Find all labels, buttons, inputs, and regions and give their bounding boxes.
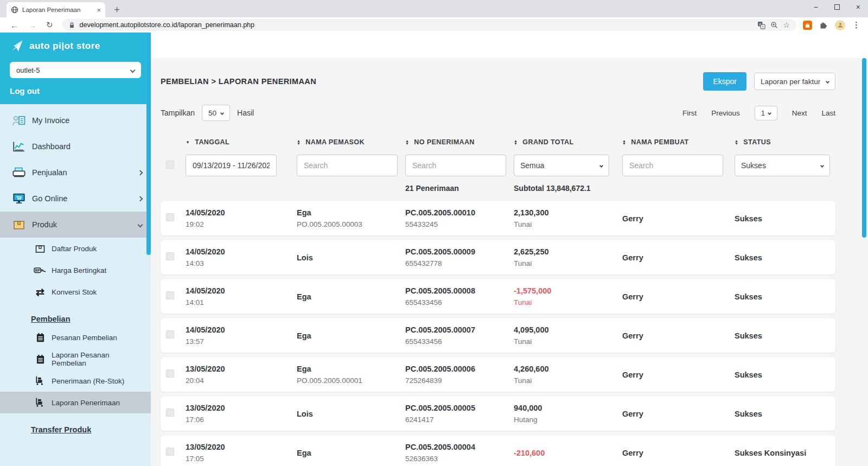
close-tab-icon[interactable]: × (97, 7, 101, 14)
sidebar-item-daftar-produk[interactable]: Daftar Produk (0, 238, 151, 259)
sort-icon: ▲▼ (297, 139, 301, 145)
hand-truck-icon (34, 375, 47, 386)
profile-avatar[interactable] (835, 20, 845, 30)
sidebar-section-transfer-produk[interactable]: Transfer Produk (0, 425, 151, 434)
browser-toolbar: ← → ↻ development.autopilotstore.co.id/l… (0, 17, 868, 33)
grand-total-filter-value: Semua (520, 161, 544, 170)
pagination-next[interactable]: Next (792, 109, 807, 117)
translate-icon: aA (757, 21, 765, 29)
forward-button[interactable]: → (23, 21, 41, 30)
back-button[interactable]: ← (5, 21, 23, 30)
sidebar-item-harga-bertingkat[interactable]: RP Harga Bertingkat (0, 259, 151, 281)
column-header-status[interactable]: ▲▼ STATUS (735, 138, 835, 146)
status-filter-value: Sukses (741, 161, 766, 170)
column-header-grand-total[interactable]: ▲▼ GRAND TOTAL (514, 138, 622, 146)
sidebar-item-konversi-stok[interactable]: ⇄ Konversi Stok (0, 281, 151, 303)
bookmark-star-icon[interactable]: ☆ (783, 21, 790, 29)
sidebar-item-my-invoice[interactable]: My Invoice (0, 107, 151, 133)
per-page-select[interactable]: 50 (202, 105, 230, 121)
sidebar-item-laporan-penerimaan[interactable]: Laporan Penerimaan (0, 392, 151, 413)
row-payment: Tunai (514, 220, 622, 228)
chevron-down-icon (820, 163, 824, 167)
sidebar-item-pesanan-pembelian[interactable]: Pesanan Pembelian (0, 327, 151, 348)
sidebar-item-label: Penjualan (32, 168, 133, 177)
row-receipt-no: PC.005.2005.00009 (405, 247, 514, 256)
table-row[interactable]: 14/05/202014:01 Ega PC.005.2005.00008655… (161, 279, 835, 314)
row-receipt-no: PC.005.2005.00004 (405, 443, 514, 451)
report-type-select[interactable]: Laporan per faktur (754, 73, 835, 90)
outlet-select[interactable]: outlet-5 (10, 62, 141, 78)
sidebar-item-go-online[interactable]: Go Online (0, 186, 151, 212)
chevron-right-icon (138, 196, 143, 201)
monitor-cart-icon (11, 192, 27, 205)
table-row[interactable]: 14/05/202013:57 Ega PC.005.2005.00007655… (161, 318, 835, 353)
pagination-previous[interactable]: Previous (711, 109, 740, 117)
row-checkbox[interactable] (166, 252, 174, 260)
pembuat-search-input[interactable] (622, 155, 723, 176)
row-supplier: Ega (297, 208, 405, 217)
chevron-down-icon (599, 163, 603, 167)
page-number-select[interactable]: 1 (755, 106, 777, 120)
export-button[interactable]: Ekspor (703, 72, 746, 91)
row-checkbox[interactable] (166, 408, 174, 417)
pemasok-search-input[interactable] (297, 155, 398, 176)
page-scrollbar[interactable] (862, 58, 866, 238)
shopping-extension-icon[interactable] (803, 21, 812, 30)
row-receipt-ref: 6241417 (405, 416, 514, 424)
row-receipt-ref: 52636363 (405, 455, 514, 463)
sidebar-section-pembelian[interactable]: Pembelian (0, 315, 151, 323)
row-receipt-ref: 55433245 (405, 220, 514, 228)
maximize-button[interactable] (834, 4, 840, 10)
row-time: 17:06 (186, 416, 297, 424)
sidebar-scrollbar[interactable] (146, 33, 151, 255)
select-all-checkbox[interactable] (166, 161, 174, 169)
date-range-input[interactable] (186, 155, 277, 176)
sidebar-item-label: Laporan Pesanan Pembelian (52, 351, 142, 367)
row-status: Sukses (735, 331, 835, 340)
row-receipt-no: PC.005.2005.00008 (405, 286, 514, 295)
sidebar-item-penjualan[interactable]: Penjualan (0, 159, 151, 186)
no-penerimaan-search-input[interactable] (405, 155, 506, 176)
row-checkbox[interactable] (166, 369, 174, 378)
browser-menu-icon[interactable]: ⋮ (852, 20, 860, 30)
new-tab-button[interactable]: + (114, 4, 120, 15)
sidebar: auto pi|ot store outlet-5 Log out My Inv… (0, 33, 151, 466)
sidebar-item-laporan-pesanan-pembelian[interactable]: Laporan Pesanan Pembelian (0, 348, 151, 370)
column-header-tanggal[interactable]: ▼ TANGGAL (186, 138, 297, 146)
status-filter-select[interactable]: Sukses (735, 155, 830, 176)
browser-tab[interactable]: Laporan Penerimaan × (7, 2, 105, 17)
sidebar-item-produk[interactable]: Produk (0, 212, 151, 238)
row-checkbox[interactable] (166, 448, 174, 456)
table-row[interactable]: 13/05/202017:06 Lois PC.005.2005.0000562… (161, 397, 835, 431)
logout-link[interactable]: Log out (10, 86, 141, 95)
pagination-first[interactable]: First (682, 109, 697, 117)
row-creator: Gerry (622, 371, 735, 379)
row-checkbox[interactable] (166, 291, 174, 299)
sort-icon: ▲▼ (405, 139, 409, 145)
outlet-select-value: outlet-5 (16, 66, 40, 74)
column-header-nama-pembuat[interactable]: ▲▼ NAMA PEMBUAT (622, 138, 735, 146)
table-row[interactable]: 13/05/202020:04 EgaPO.005.2005.00001 PC.… (161, 358, 835, 392)
column-header-nama-pemasok[interactable]: ▲▼ NAMA PEMASOK (297, 138, 405, 146)
sidebar-item-penerimaan-restok[interactable]: Penerimaan (Re-Stok) (0, 370, 151, 392)
sidebar-item-dashboard[interactable]: Dashboard (0, 133, 151, 159)
table-row[interactable]: 14/05/202014:03 Lois PC.005.2005.0000965… (161, 240, 835, 275)
minimize-button[interactable]: − (814, 3, 818, 11)
row-supplier: Ega (297, 331, 405, 340)
table-row[interactable]: 14/05/202019:02 EgaPO.005.2005.00003 PC.… (161, 201, 835, 235)
row-creator: Gerry (622, 214, 735, 223)
row-checkbox[interactable] (166, 213, 174, 221)
price-tag-icon: RP (34, 265, 47, 276)
column-header-no-penerimaan[interactable]: ▲▼ NO PENERIMAAN (405, 138, 514, 146)
grand-total-filter-select[interactable]: Semua (514, 155, 609, 176)
extensions-puzzle-icon[interactable] (819, 21, 828, 29)
close-window-button[interactable]: × (856, 3, 860, 11)
address-bar[interactable]: development.autopilotstore.co.id/laporan… (62, 19, 796, 31)
dashboard-chart-icon (11, 140, 27, 153)
row-checkbox[interactable] (166, 330, 174, 339)
zoom-page-icon[interactable] (770, 21, 778, 29)
reload-button[interactable]: ↻ (41, 20, 58, 30)
pagination-last[interactable]: Last (821, 109, 835, 117)
sort-icon: ▲▼ (735, 139, 738, 145)
table-row[interactable]: 13/05/202017:05 Ega PC.005.2005.00004526… (161, 436, 835, 466)
